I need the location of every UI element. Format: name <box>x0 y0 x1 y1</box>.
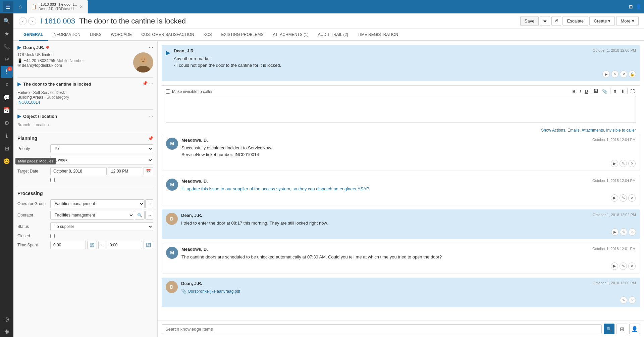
sidebar-item-settings[interactable]: ⚙ <box>1 117 13 129</box>
target-time-input[interactable] <box>108 167 142 175</box>
status-select[interactable]: To supplier <box>50 222 153 231</box>
tab-attachments[interactable]: ATTACHMENTS (1) <box>268 29 313 41</box>
save-button[interactable]: Save <box>520 16 539 26</box>
incident-id-link[interactable]: INC0010014 <box>17 100 40 105</box>
object-more-button[interactable]: ··· <box>149 113 153 119</box>
refresh-button[interactable]: ↺ <box>551 16 561 26</box>
sidebar-item-bottom2[interactable]: ◉ <box>1 325 13 337</box>
prev-button[interactable]: ‹ <box>19 17 27 25</box>
duration-select[interactable]: 1 week <box>50 156 153 164</box>
msg3-edit-button[interactable]: ✎ <box>620 194 627 202</box>
italic-button[interactable]: I <box>578 88 582 95</box>
msg3-play-button[interactable]: ▶ <box>611 194 618 202</box>
operator-more-button[interactable]: ··· <box>145 211 153 220</box>
tab-general[interactable]: GENERAL <box>19 29 48 41</box>
operator-select[interactable]: Facilities management <box>50 211 134 220</box>
time-clear-button[interactable]: 🔄 <box>87 241 97 249</box>
msg4-close-button[interactable]: ✕ <box>629 228 636 236</box>
create-button[interactable]: Create ▾ <box>589 16 615 26</box>
tab-worcade[interactable]: WORCADE <box>106 29 137 41</box>
sidebar-item-phone[interactable]: 📞 <box>1 40 13 52</box>
planning-edit-icon[interactable]: 📌 <box>148 136 153 141</box>
incident-more-button[interactable]: ··· <box>149 81 153 87</box>
time-spent-input2[interactable] <box>107 241 142 249</box>
msg2-edit-button[interactable]: ✎ <box>620 160 627 167</box>
bold-button[interactable]: B <box>571 88 577 95</box>
sidebar-item-search[interactable]: 🔍 <box>1 15 13 27</box>
next-button[interactable]: › <box>28 17 36 25</box>
star-button[interactable]: ★ <box>540 16 550 26</box>
attach-button[interactable]: 📎 <box>601 88 609 95</box>
msg3-close-button[interactable]: ✕ <box>628 194 636 202</box>
expand-button[interactable]: ⛶ <box>629 88 636 95</box>
invisible-checkbox[interactable] <box>166 89 170 94</box>
calendar-button[interactable]: 📅 <box>144 167 153 175</box>
caller-arrow-icon: ▶ <box>166 49 170 56</box>
kb-person-button[interactable]: 👤 <box>629 324 640 334</box>
operator-search-button[interactable]: 🔍 <box>135 211 145 220</box>
tab-kcs[interactable]: KCS <box>199 29 217 41</box>
tab-time-registration[interactable]: TIME REGISTRATION <box>353 29 403 41</box>
right-panel: ▶ Dean, J.R. October 1, 2018 12:00 PM An… <box>158 41 644 337</box>
caller-expand-icon[interactable]: ▶ <box>17 45 21 50</box>
msg1-lock-button[interactable]: 🔒 <box>629 70 636 78</box>
tab-information[interactable]: INFORMATION <box>48 29 85 41</box>
user-icon[interactable]: 👤 <box>636 4 641 9</box>
operator-group-select[interactable]: Facilities management <box>50 199 145 208</box>
msg1-play-button[interactable]: ▶ <box>602 70 610 78</box>
tab-customer-satisfaction[interactable]: CUSTOMER SATISFACTION <box>137 29 199 41</box>
tab-links[interactable]: LINKS <box>85 29 106 41</box>
planning-checkbox[interactable] <box>50 178 55 182</box>
reply-textarea[interactable] <box>166 96 636 123</box>
incident-expand-icon[interactable]: ▶ <box>17 81 21 87</box>
caller-more-button[interactable]: ··· <box>149 44 153 50</box>
msg1-edit-button[interactable]: ✎ <box>611 70 619 78</box>
grid-icon[interactable]: ⊞ <box>629 4 633 9</box>
sidebar-item-scissors[interactable]: ✂ <box>1 53 13 65</box>
sidebar-item-num2[interactable]: 2 <box>1 79 13 91</box>
msg4-play-button[interactable]: ▶ <box>611 228 619 236</box>
msg2-play-button[interactable]: ▶ <box>611 160 618 167</box>
upload-button[interactable]: ⬆ <box>612 88 618 95</box>
kb-search-button[interactable]: 🔍 <box>604 324 614 334</box>
msg4-edit-button[interactable]: ✎ <box>620 228 627 236</box>
msg5-edit-button[interactable]: ✎ <box>620 262 627 270</box>
time-add-button[interactable]: + <box>98 241 105 249</box>
sidebar-item-favorites[interactable]: ★ <box>1 28 13 40</box>
priority-select[interactable]: P7 <box>50 144 153 153</box>
msg5-play-button[interactable]: ▶ <box>611 262 618 270</box>
more-button[interactable]: More ▾ <box>616 16 639 26</box>
image-button[interactable]: 🖼 <box>592 88 599 95</box>
kb-grid-button[interactable]: ⊞ <box>616 324 627 334</box>
attachment-link[interactable]: Oorspronkelijke aanvraag.pdf <box>188 289 240 294</box>
sidebar-item-grid[interactable]: ⊞ <box>1 142 13 154</box>
underline-button[interactable]: U <box>584 88 589 95</box>
escalate-button[interactable]: Escalate <box>562 16 588 26</box>
download-button[interactable]: ⬇ <box>620 88 626 95</box>
tab-close-button[interactable]: ✕ <box>79 4 84 10</box>
sidebar-item-chat[interactable]: 💬 <box>1 91 13 103</box>
menu-button[interactable]: ☰ <box>3 1 13 12</box>
sidebar-item-incident[interactable]: ! 1 <box>1 66 13 78</box>
operator-group-more-button[interactable]: ··· <box>145 199 153 208</box>
msg5-close-button[interactable]: ✕ <box>628 262 636 270</box>
target-date-input[interactable] <box>50 167 107 175</box>
tab-existing-problems[interactable]: EXISTING PROBLEMS <box>216 29 268 41</box>
home-button[interactable]: ⌂ <box>15 1 25 12</box>
closed-checkbox[interactable] <box>50 234 55 238</box>
sidebar-item-calendar[interactable]: 📅 <box>1 104 13 116</box>
object-expand-icon[interactable]: ▶ <box>17 113 21 119</box>
sidebar-item-modules[interactable]: 😊 Main pages: Modules <box>1 155 13 167</box>
tab-audit-trail[interactable]: AUDIT TRAIL (2) <box>313 29 353 41</box>
show-actions-link[interactable]: Show Actions, Emails, Attachments, Invis… <box>162 127 640 134</box>
sidebar-item-bottom1[interactable]: ◎ <box>1 313 13 325</box>
tab-item[interactable]: 📋 I 1810 003 The door t... Dean, J.R. (T… <box>27 0 88 13</box>
kb-search-input[interactable] <box>162 324 602 334</box>
msg6-edit-button[interactable]: ✎ <box>620 296 627 304</box>
time-clear2-button[interactable]: 🔄 <box>144 241 153 249</box>
msg1-close-button[interactable]: ✕ <box>620 70 627 78</box>
sidebar-item-info[interactable]: ℹ <box>1 130 13 142</box>
time-spent-input1[interactable] <box>50 241 86 249</box>
msg6-close-button[interactable]: ✕ <box>629 296 636 304</box>
msg2-close-button[interactable]: ✕ <box>628 160 636 167</box>
